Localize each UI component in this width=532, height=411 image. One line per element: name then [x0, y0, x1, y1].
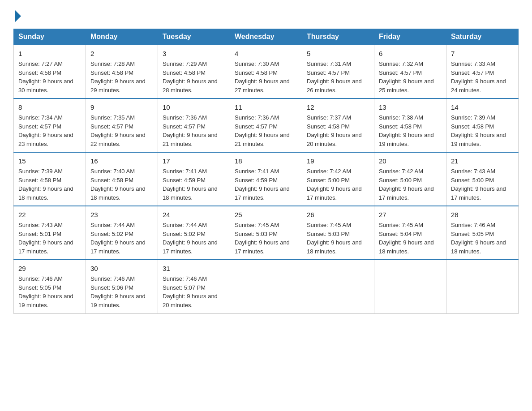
calendar-cell: 26Sunrise: 7:45 AMSunset: 5:03 PMDayligh… — [302, 206, 374, 260]
calendar-cell: 18Sunrise: 7:41 AMSunset: 4:59 PMDayligh… — [230, 152, 302, 206]
day-info: Sunrise: 7:35 AMSunset: 4:57 PMDaylight:… — [90, 113, 153, 148]
calendar-cell: 22Sunrise: 7:43 AMSunset: 5:01 PMDayligh… — [14, 206, 86, 260]
calendar-cell: 13Sunrise: 7:38 AMSunset: 4:58 PMDayligh… — [374, 98, 446, 152]
day-number: 19 — [307, 156, 369, 166]
day-number: 11 — [235, 102, 297, 112]
day-info: Sunrise: 7:46 AMSunset: 5:05 PMDaylight:… — [451, 221, 514, 256]
weekday-header-thursday: Thursday — [302, 29, 374, 45]
day-info: Sunrise: 7:46 AMSunset: 5:05 PMDaylight:… — [18, 274, 81, 309]
calendar-cell: 17Sunrise: 7:41 AMSunset: 4:59 PMDayligh… — [158, 152, 230, 206]
day-info: Sunrise: 7:38 AMSunset: 4:58 PMDaylight:… — [379, 113, 442, 148]
calendar-cell — [374, 260, 446, 313]
day-number: 1 — [18, 48, 81, 59]
day-info: Sunrise: 7:45 AMSunset: 5:04 PMDaylight:… — [379, 221, 442, 256]
calendar-cell — [446, 260, 519, 313]
calendar-cell: 10Sunrise: 7:36 AMSunset: 4:57 PMDayligh… — [158, 98, 230, 152]
weekday-header-tuesday: Tuesday — [158, 29, 230, 45]
day-info: Sunrise: 7:46 AMSunset: 5:06 PMDaylight:… — [90, 274, 153, 309]
calendar-week-row: 15Sunrise: 7:39 AMSunset: 4:58 PMDayligh… — [14, 152, 519, 206]
weekday-header-friday: Friday — [374, 29, 446, 45]
calendar-week-row: 8Sunrise: 7:34 AMSunset: 4:57 PMDaylight… — [14, 98, 519, 152]
calendar-cell: 21Sunrise: 7:43 AMSunset: 5:00 PMDayligh… — [446, 152, 519, 206]
calendar-cell: 2Sunrise: 7:28 AMSunset: 4:58 PMDaylight… — [86, 45, 158, 98]
weekday-header-saturday: Saturday — [446, 29, 519, 45]
logo — [13, 9, 21, 21]
day-number: 10 — [163, 102, 225, 112]
weekday-header-row: SundayMondayTuesdayWednesdayThursdayFrid… — [14, 29, 519, 45]
calendar-cell: 9Sunrise: 7:35 AMSunset: 4:57 PMDaylight… — [86, 98, 158, 152]
calendar-cell: 6Sunrise: 7:32 AMSunset: 4:57 PMDaylight… — [374, 45, 446, 98]
day-number: 9 — [90, 102, 153, 112]
day-number: 20 — [379, 156, 442, 166]
day-number: 12 — [307, 102, 369, 112]
day-number: 3 — [163, 48, 225, 59]
day-number: 2 — [90, 48, 153, 59]
day-number: 15 — [18, 156, 81, 166]
day-info: Sunrise: 7:39 AMSunset: 4:58 PMDaylight:… — [451, 113, 514, 148]
calendar-week-row: 29Sunrise: 7:46 AMSunset: 5:05 PMDayligh… — [14, 260, 519, 313]
day-number: 17 — [163, 156, 225, 166]
day-number: 14 — [451, 102, 514, 112]
day-info: Sunrise: 7:44 AMSunset: 5:02 PMDaylight:… — [90, 221, 153, 256]
day-number: 26 — [307, 210, 369, 220]
day-info: Sunrise: 7:36 AMSunset: 4:57 PMDaylight:… — [163, 113, 225, 148]
weekday-header-monday: Monday — [86, 29, 158, 45]
day-info: Sunrise: 7:39 AMSunset: 4:58 PMDaylight:… — [18, 167, 81, 202]
day-number: 21 — [451, 156, 514, 166]
day-info: Sunrise: 7:45 AMSunset: 5:03 PMDaylight:… — [235, 221, 297, 256]
day-number: 5 — [307, 48, 369, 59]
day-info: Sunrise: 7:36 AMSunset: 4:57 PMDaylight:… — [235, 113, 297, 148]
calendar-cell: 25Sunrise: 7:45 AMSunset: 5:03 PMDayligh… — [230, 206, 302, 260]
day-info: Sunrise: 7:31 AMSunset: 4:57 PMDaylight:… — [307, 60, 369, 94]
day-info: Sunrise: 7:32 AMSunset: 4:57 PMDaylight:… — [379, 60, 442, 94]
day-number: 29 — [18, 263, 81, 274]
calendar-cell: 15Sunrise: 7:39 AMSunset: 4:58 PMDayligh… — [14, 152, 86, 206]
calendar-cell: 16Sunrise: 7:40 AMSunset: 4:58 PMDayligh… — [86, 152, 158, 206]
calendar-cell: 27Sunrise: 7:45 AMSunset: 5:04 PMDayligh… — [374, 206, 446, 260]
day-info: Sunrise: 7:33 AMSunset: 4:57 PMDaylight:… — [451, 60, 514, 94]
day-info: Sunrise: 7:42 AMSunset: 5:00 PMDaylight:… — [379, 167, 442, 202]
day-number: 7 — [451, 48, 514, 59]
calendar-cell: 3Sunrise: 7:29 AMSunset: 4:58 PMDaylight… — [158, 45, 230, 98]
day-info: Sunrise: 7:43 AMSunset: 5:00 PMDaylight:… — [451, 167, 514, 202]
day-info: Sunrise: 7:41 AMSunset: 4:59 PMDaylight:… — [163, 167, 225, 202]
day-number: 27 — [379, 210, 442, 220]
calendar-cell — [230, 260, 302, 313]
day-info: Sunrise: 7:30 AMSunset: 4:58 PMDaylight:… — [235, 60, 297, 94]
calendar-cell: 8Sunrise: 7:34 AMSunset: 4:57 PMDaylight… — [14, 98, 86, 152]
weekday-header-sunday: Sunday — [14, 29, 86, 45]
day-number: 16 — [90, 156, 153, 166]
calendar-cell: 28Sunrise: 7:46 AMSunset: 5:05 PMDayligh… — [446, 206, 519, 260]
calendar-cell: 29Sunrise: 7:46 AMSunset: 5:05 PMDayligh… — [14, 260, 86, 313]
day-info: Sunrise: 7:29 AMSunset: 4:58 PMDaylight:… — [163, 60, 225, 94]
calendar-table: SundayMondayTuesdayWednesdayThursdayFrid… — [13, 29, 519, 314]
day-info: Sunrise: 7:44 AMSunset: 5:02 PMDaylight:… — [163, 221, 225, 256]
day-info: Sunrise: 7:34 AMSunset: 4:57 PMDaylight:… — [18, 113, 81, 148]
day-number: 6 — [379, 48, 442, 59]
day-number: 28 — [451, 210, 514, 220]
day-number: 30 — [90, 263, 153, 274]
day-info: Sunrise: 7:41 AMSunset: 4:59 PMDaylight:… — [235, 167, 297, 202]
day-number: 25 — [235, 210, 297, 220]
page-header — [13, 9, 519, 21]
calendar-cell: 19Sunrise: 7:42 AMSunset: 5:00 PMDayligh… — [302, 152, 374, 206]
day-number: 31 — [163, 263, 225, 274]
calendar-cell: 1Sunrise: 7:27 AMSunset: 4:58 PMDaylight… — [14, 45, 86, 98]
calendar-cell: 20Sunrise: 7:42 AMSunset: 5:00 PMDayligh… — [374, 152, 446, 206]
calendar-cell: 4Sunrise: 7:30 AMSunset: 4:58 PMDaylight… — [230, 45, 302, 98]
day-info: Sunrise: 7:45 AMSunset: 5:03 PMDaylight:… — [307, 221, 369, 256]
calendar-cell — [302, 260, 374, 313]
calendar-cell: 14Sunrise: 7:39 AMSunset: 4:58 PMDayligh… — [446, 98, 519, 152]
day-number: 23 — [90, 210, 153, 220]
day-number: 8 — [18, 102, 81, 112]
day-info: Sunrise: 7:37 AMSunset: 4:58 PMDaylight:… — [307, 113, 369, 148]
calendar-cell: 5Sunrise: 7:31 AMSunset: 4:57 PMDaylight… — [302, 45, 374, 98]
calendar-cell: 23Sunrise: 7:44 AMSunset: 5:02 PMDayligh… — [86, 206, 158, 260]
day-info: Sunrise: 7:27 AMSunset: 4:58 PMDaylight:… — [18, 60, 81, 94]
calendar-cell: 30Sunrise: 7:46 AMSunset: 5:06 PMDayligh… — [86, 260, 158, 313]
weekday-header-wednesday: Wednesday — [230, 29, 302, 45]
day-number: 24 — [163, 210, 225, 220]
calendar-week-row: 1Sunrise: 7:27 AMSunset: 4:58 PMDaylight… — [14, 45, 519, 98]
day-info: Sunrise: 7:46 AMSunset: 5:07 PMDaylight:… — [163, 274, 225, 309]
day-info: Sunrise: 7:40 AMSunset: 4:58 PMDaylight:… — [90, 167, 153, 202]
